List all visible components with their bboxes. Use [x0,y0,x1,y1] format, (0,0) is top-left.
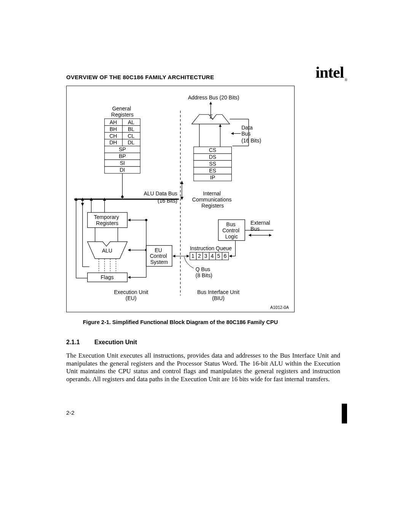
page-header: OVERVIEW OF THE 80C186 FAMILY ARCHITECTU… [66,62,347,80]
queue-1: 1 [191,253,194,259]
reg-bh: BH [110,126,117,132]
queue-2: 2 [198,253,201,259]
section-number: 2.1.1 [66,339,80,346]
reg-dl: DL [128,139,135,145]
reg-si: SI [120,160,125,166]
flags-label: Flags [101,274,114,280]
registered-icon: ® [344,78,347,82]
address-bus-label: Address Bus (20 Bits) [188,94,239,101]
reg-ah: AH [110,119,117,125]
reg-al: AL [128,119,134,125]
biu-abbrev: (BIU) [212,295,225,301]
reg-sp: SP [119,146,126,152]
internal-comm-label: Internal Communications Registers [192,190,233,209]
reg-ip: IP [210,174,215,181]
general-registers-title: General Registers [111,105,134,118]
reg-es: ES [209,168,216,174]
intel-logo: intel® [315,63,347,82]
diagram-svg: Address Bus (20 Bits) Σ Data Bus (16 Bit… [67,86,294,312]
section-title: Execution Unit [94,339,137,346]
figure-block-diagram: Address Bus (20 Bits) Σ Data Bus (16 Bit… [66,86,295,312]
instruction-queue-label: Instruction Queue [190,245,232,251]
page-number: 2-2 [66,409,75,416]
reg-ds: DS [209,154,216,160]
q-bus-label: Q Bus [196,266,210,272]
corner-mark-icon [342,404,347,423]
queue-5: 5 [217,253,220,259]
biu-label: Bus Interface Unit [197,289,239,295]
reg-bl: BL [128,126,134,132]
body-paragraph: The Execution Unit executes all instruct… [66,352,340,383]
temporary-registers-label: Temporary Registers [94,214,121,226]
reg-cl: CL [128,133,135,139]
queue-3: 3 [204,253,207,259]
q-bus-bits: (8 Bits) [196,272,212,278]
intel-logo-text: intel [315,64,344,81]
segment-registers: CS DS SS ES IP [194,147,232,181]
reg-di: DI [120,167,125,173]
eu-label: Execution Unit [114,289,148,295]
page: OVERVIEW OF THE 80C186 FAMILY ARCHITECTU… [0,0,411,532]
data-bus-bits: (16 Bits) [241,137,261,144]
figure-code: A1012-0A [270,305,289,310]
alu-label: ALU [102,248,112,254]
figure-caption: Figure 2-1. Simplified Functional Block … [66,319,295,325]
data-bus-label: Data Bus [241,125,254,137]
reg-bp: BP [119,153,126,159]
gp16-registers: SP BP SI DI [105,146,140,173]
instruction-queue: 1 2 3 4 5 6 [190,252,229,260]
external-bus-label: External Bus [250,220,271,232]
alu-data-bus-label: ALU Data Bus [144,190,177,197]
reg-cs: CS [209,147,216,153]
sigma-label: Σ [210,113,213,120]
queue-4: 4 [211,253,214,259]
alu-data-bus-bits: (16 Bits) [158,198,177,204]
reg-ss: SS [209,161,216,167]
eu-abbrev: (EU) [126,295,137,301]
gp8-registers: AH AL BH BL CH CL DH DL [105,119,140,146]
queue-6: 6 [224,253,227,259]
reg-ch: CH [110,133,117,139]
reg-dh: DH [110,139,117,145]
header-title: OVERVIEW OF THE 80C186 FAMILY ARCHITECTU… [66,74,214,80]
